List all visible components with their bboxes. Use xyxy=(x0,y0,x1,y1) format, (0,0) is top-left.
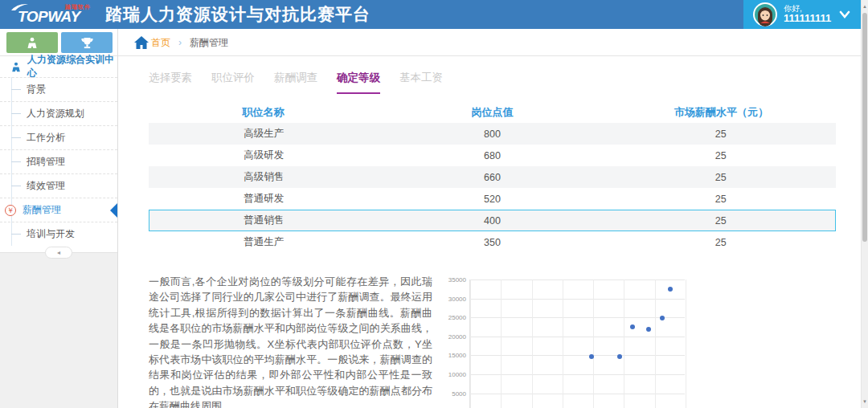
breadcrumb-home-link[interactable]: 首页 xyxy=(151,36,170,50)
y-gridline xyxy=(470,317,685,318)
salary-table: 职位名称岗位点值市场薪酬水平（元） 高级生产80025高级研发68025高级销售… xyxy=(149,102,836,253)
tab-4[interactable]: 基本工资 xyxy=(399,71,443,94)
y-axis-tick-label: 25000 xyxy=(439,314,466,321)
scrollbar-thumb[interactable] xyxy=(862,13,867,242)
x-gridline xyxy=(532,279,533,408)
y-gridline xyxy=(470,299,685,300)
bottom-section: 一般而言,各个企业对岗位的等级划分可能存在差异，因此瑞途公司选择了同行业的几家公… xyxy=(119,274,861,408)
sidebar-item-label: 培训与开发 xyxy=(27,227,75,241)
table-cell: 普通销售 xyxy=(149,214,378,227)
tab-0[interactable]: 选择要素 xyxy=(149,71,192,94)
tree-tick-icon xyxy=(11,113,21,114)
table-cell: 660 xyxy=(378,172,606,183)
table-row[interactable]: 普通研发52025 xyxy=(149,188,836,210)
scatter-point[interactable] xyxy=(617,354,622,359)
sidebar-item-3[interactable]: 招聘管理 xyxy=(0,149,117,173)
sidebar-item-label: 招聘管理 xyxy=(27,155,65,169)
salary-icon: ￥ xyxy=(5,205,16,216)
sidebar-center-title[interactable]: 人力资源综合实训中心 xyxy=(0,56,117,77)
table-row[interactable]: 普通销售40025 xyxy=(149,210,836,231)
y-gridline xyxy=(470,337,685,337)
scatter-point[interactable] xyxy=(630,324,635,329)
x-gridline xyxy=(470,279,471,408)
sidebar-item-6[interactable]: 培训与开发 xyxy=(0,222,117,246)
sidebar: 人力资源综合实训中心 背景人力资源规划工作分析招聘管理绩效管理￥薪酬管理培训与开… xyxy=(0,56,118,408)
sidebar-item-0[interactable]: 背景 xyxy=(0,77,117,101)
table-header-row: 职位名称岗位点值市场薪酬水平（元） xyxy=(149,102,836,123)
table-row[interactable]: 高级生产80025 xyxy=(149,123,836,145)
table-cell: 800 xyxy=(378,129,606,140)
main-content: 选择要素职位评价薪酬调查确定等级基本工资 职位名称岗位点值市场薪酬水平（元） 高… xyxy=(119,56,861,408)
tree-tick-icon xyxy=(11,89,21,90)
collapse-left-icon: ◂ xyxy=(57,249,60,256)
y-gridline xyxy=(470,279,685,280)
table-cell: 普通研发 xyxy=(149,192,378,206)
scatter-point[interactable] xyxy=(668,287,673,292)
practice-mode-button[interactable] xyxy=(6,32,58,53)
active-item-arrow-icon xyxy=(110,203,117,218)
table-row[interactable]: 高级研发68025 xyxy=(149,145,836,166)
x-gridline xyxy=(501,279,502,408)
user-name: 111111111 xyxy=(784,13,831,25)
salary-curve-description: 一般而言,各个企业对岗位的等级划分可能存在差异，因此瑞途公司选择了同行业的几家公… xyxy=(149,274,432,408)
breadcrumb: 首页 › 薪酬管理 xyxy=(133,29,228,56)
y-gridline xyxy=(470,374,685,375)
sidebar-item-label: 薪酬管理 xyxy=(23,203,61,217)
table-row[interactable]: 高级销售66025 xyxy=(149,166,836,188)
scatter-point[interactable] xyxy=(660,316,665,320)
y-axis-tick-label: 35000 xyxy=(439,276,466,284)
tree-tick-icon xyxy=(11,161,21,162)
chevron-down-icon[interactable] xyxy=(839,10,850,18)
trophy-icon xyxy=(80,37,94,49)
x-gridline xyxy=(593,279,594,408)
sidebar-item-1[interactable]: 人力资源规划 xyxy=(0,101,117,125)
salary-scatter-chart: 5000100001500020000250003000035000 xyxy=(439,274,693,408)
sidebar-item-label: 工作分析 xyxy=(27,131,65,145)
chart-plot-area xyxy=(469,279,685,408)
sidebar-item-4[interactable]: 绩效管理 xyxy=(0,173,117,198)
toolbar xyxy=(0,29,118,56)
table-cell: 25 xyxy=(607,194,835,205)
sidebar-collapse-button[interactable]: ◂ xyxy=(45,247,72,259)
y-axis-tick-label: 15000 xyxy=(439,352,466,359)
table-cell: 高级研发 xyxy=(149,149,378,162)
tab-2[interactable]: 薪酬调查 xyxy=(274,71,317,94)
tree-tick-icon xyxy=(11,234,21,235)
scroll-down-arrow-icon[interactable]: ▼ xyxy=(862,397,868,406)
sidebar-menu: 人力资源综合实训中心 背景人力资源规划工作分析招聘管理绩效管理￥薪酬管理培训与开… xyxy=(0,56,117,253)
person-icon xyxy=(26,37,39,49)
scroll-up-arrow-icon[interactable]: ▲ xyxy=(862,2,868,11)
sidebar-center-title-label: 人力资源综合实训中心 xyxy=(27,53,117,80)
scatter-point[interactable] xyxy=(646,327,651,332)
sidebar-item-label: 背景 xyxy=(27,83,46,96)
logo-subtext: 踏瑞软件 xyxy=(65,3,91,11)
page-title: 踏瑞人力资源设计与对抗比赛平台 xyxy=(105,3,371,26)
user-panel[interactable]: 你好, 111111111 xyxy=(743,0,861,29)
breadcrumb-current: 薪酬管理 xyxy=(190,36,228,50)
tab-1[interactable]: 职位评价 xyxy=(211,71,255,94)
tree-tick-icon xyxy=(11,137,21,138)
y-axis-tick-label: 30000 xyxy=(439,296,466,303)
table-cell: 350 xyxy=(378,237,606,248)
y-axis-tick-label: 20000 xyxy=(439,333,466,341)
home-icon[interactable] xyxy=(133,35,149,50)
toolbar-breadcrumb-bar: 首页 › 薪酬管理 xyxy=(0,29,861,56)
table-cell: 高级销售 xyxy=(149,170,378,184)
table-cell: 25 xyxy=(607,129,835,140)
tree-tick-icon xyxy=(11,186,21,186)
sidebar-item-2[interactable]: 工作分析 xyxy=(0,125,117,149)
top-header: TOPWAY 踏瑞软件 踏瑞人力资源设计与对抗比赛平台 你好, 11111111… xyxy=(0,0,861,29)
topway-logo: TOPWAY 踏瑞软件 xyxy=(11,2,88,27)
sidebar-item-5[interactable]: ￥薪酬管理 xyxy=(0,198,117,222)
table-row[interactable]: 普通生产35025 xyxy=(149,231,836,253)
app-window: TOPWAY 踏瑞软件 踏瑞人力资源设计与对抗比赛平台 你好, 11111111… xyxy=(0,0,868,408)
tab-3[interactable]: 确定等级 xyxy=(337,71,380,94)
table-column-header: 市场薪酬水平（元） xyxy=(607,105,836,120)
table-cell: 25 xyxy=(607,172,835,183)
y-gridline xyxy=(470,355,685,356)
competition-mode-button[interactable] xyxy=(61,32,113,53)
x-gridline xyxy=(655,279,656,408)
vertical-scrollbar[interactable]: ▲ ▼ xyxy=(861,0,868,408)
x-gridline xyxy=(686,279,686,408)
table-cell: 高级生产 xyxy=(149,127,378,141)
